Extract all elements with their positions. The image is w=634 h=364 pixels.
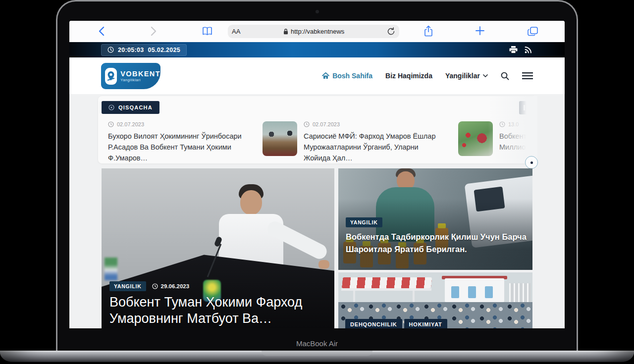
- logo-pin-icon: [105, 68, 117, 85]
- ticker-item[interactable]: 02.07.2023 Сариосиё МФЙ: Фарход Умаров Ё…: [263, 121, 446, 163]
- macbook-label: MacBook Air: [0, 339, 634, 348]
- ticker-item-date: 02.07.2023: [313, 121, 340, 127]
- ticker-clock-icon: [108, 104, 114, 110]
- site-header: VOBKENT Yangiliklari Bosh Sahifa Biz Haq…: [69, 57, 565, 94]
- page-content: QISQACHA 02.07.2023 Бухоро Вилоят Ҳокими…: [69, 94, 565, 328]
- nav-yangiliklar[interactable]: Yangiliklar: [445, 72, 488, 80]
- nav-bosh-sahifa[interactable]: Bosh Sahifa: [322, 72, 372, 80]
- article-date: 29.06.2023: [161, 283, 190, 289]
- bookmarks-icon[interactable]: [202, 27, 212, 36]
- logo-subtitle: Yangiliklari: [120, 78, 160, 82]
- menu-button[interactable]: [522, 72, 533, 80]
- tertiary-article-card[interactable]: DEHQONCHILIK HOKIMIYAT: [338, 272, 532, 328]
- print-icon[interactable]: [509, 46, 518, 53]
- ticker-item-thumbnail: [263, 121, 297, 156]
- secondary-article-card[interactable]: YANGILIK Вобкентда Тадбиркорлик Қилиш Уч…: [338, 168, 532, 270]
- back-icon[interactable]: [98, 26, 105, 36]
- reload-icon[interactable]: [387, 27, 395, 36]
- ticker-item-title: Бухоро Вилоят Ҳокимининг Ўринбосари Р.Ас…: [108, 131, 257, 163]
- category-badge[interactable]: YANGILIK: [346, 217, 382, 227]
- ticker-item[interactable]: 02.07.2023 Бухоро Вилоят Ҳокимининг Ўрин…: [108, 121, 257, 163]
- datetime-widget: 20:05:03 05.02.2025: [101, 44, 187, 56]
- category-badge[interactable]: YANGILIK: [109, 281, 146, 291]
- ticker-item-date: 02.07.2023: [117, 121, 144, 127]
- current-time: 20:05:03: [118, 47, 144, 53]
- chevron-down-icon: [483, 74, 488, 77]
- forward-icon[interactable]: [151, 26, 157, 36]
- url-bar[interactable]: AA http://vabkentnews: [228, 25, 399, 38]
- site-topbar: 20:05:03 05.02.2025: [69, 42, 565, 57]
- webcam-dot: [316, 10, 319, 13]
- clock-icon: [107, 47, 114, 53]
- url-text: http://vabkentnews: [291, 28, 344, 35]
- current-date: 05.02.2025: [148, 47, 180, 53]
- category-badge-dehqonchilik[interactable]: DEHQONCHILIK: [345, 319, 402, 328]
- site-logo[interactable]: VOBKENT Yangiliklari: [101, 63, 160, 89]
- lock-icon: [283, 28, 288, 35]
- new-tab-icon[interactable]: [476, 26, 484, 35]
- hamburger-icon: [522, 72, 533, 80]
- article-title[interactable]: Вобкент Туман Ҳокими Фарход Умаровнинг М…: [109, 294, 332, 327]
- search-button[interactable]: [501, 72, 509, 80]
- logo-title: VOBKENT: [120, 70, 160, 78]
- main-nav: Bosh Sahifa Biz Haqimizda Yangiliklar: [322, 57, 533, 94]
- browser-toolbar: AA http://vabkentnews: [69, 21, 565, 43]
- article-title[interactable]: Вобкентда Тадбиркорлик Қилиш Учун Барча …: [346, 231, 528, 256]
- tabs-overview-icon[interactable]: [528, 27, 538, 36]
- category-badge-hokimiyat[interactable]: HOKIMIYAT: [404, 319, 447, 328]
- ticker-label-badge: QISQACHA: [102, 101, 159, 114]
- carousel-dot-control[interactable]: [525, 156, 538, 169]
- search-icon: [501, 72, 509, 80]
- ticker-edge-fade: [488, 96, 537, 163]
- reader-mode-button[interactable]: AA: [232, 28, 240, 35]
- featured-article-card[interactable]: YANGILIK 29.06.2023 Вобкент Туман Ҳокими…: [102, 168, 334, 328]
- laptop-lid-notch: [262, 351, 372, 356]
- date-clock-icon: [108, 121, 114, 127]
- ticker-item-title: Сариосиё МФЙ: Фарход Умаров Ёшлар Мурожа…: [304, 131, 446, 163]
- photo-gas-station-canopy: [342, 277, 432, 288]
- photo-flag-detail: [105, 258, 117, 280]
- share-icon[interactable]: [424, 25, 433, 37]
- rss-icon[interactable]: [525, 46, 532, 53]
- date-clock-icon: [152, 283, 158, 289]
- home-icon: [322, 72, 329, 79]
- date-clock-icon: [304, 121, 310, 127]
- browser-screen: AA http://vabkentnews 20:0: [69, 21, 565, 328]
- nav-biz-haqimizda[interactable]: Biz Haqimizda: [385, 72, 432, 80]
